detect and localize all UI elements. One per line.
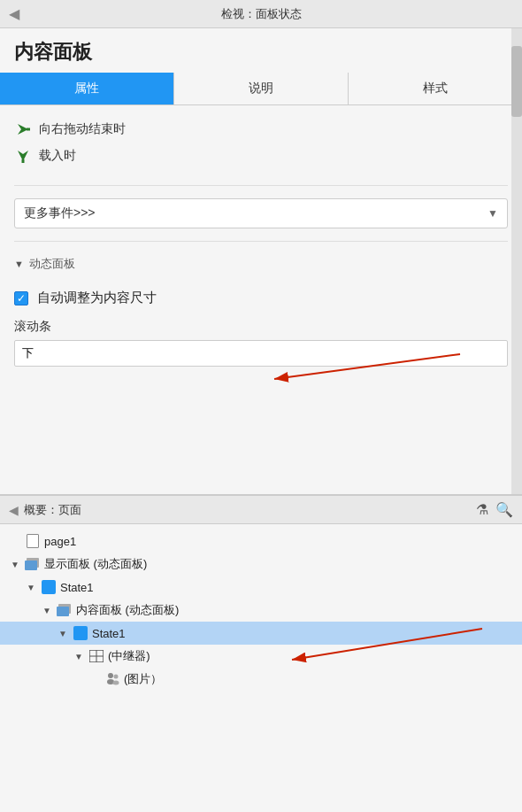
dropdown-row: 更多事件>>> ▼ <box>0 191 522 236</box>
tree-item-state1-inner[interactable]: ▼ State1 <box>0 622 522 645</box>
tab-properties[interactable]: 属性 <box>0 73 174 104</box>
bottom-panel-header-title: 概要：页面 <box>24 502 81 518</box>
page1-label: page1 <box>44 535 76 548</box>
scrollbar-section: 滚动条 <box>0 310 522 370</box>
svg-rect-3 <box>22 159 25 163</box>
dynamic-panel-header[interactable]: ▼ 动态面板 <box>14 256 508 272</box>
dropdown-text: 更多事件>>> <box>24 205 96 221</box>
event-drag-right-icon <box>14 120 32 138</box>
page1-chevron-icon <box>9 535 21 547</box>
checkbox-check-icon: ✓ <box>17 293 26 304</box>
bottom-header-left: ◀ 概要：页面 <box>9 502 81 518</box>
tab-description[interactable]: 说明 <box>174 73 349 104</box>
state1-inner-label: State1 <box>92 627 126 640</box>
page1-page-icon <box>25 533 41 549</box>
svg-rect-9 <box>57 607 69 616</box>
top-panel-header: ◀ 检视：面板状态 <box>0 0 522 28</box>
scrollbar-input[interactable] <box>14 340 508 367</box>
tree-item-content-panel[interactable]: ▼ 内容面板 (动态面板) <box>0 599 522 622</box>
more-events-dropdown[interactable]: 更多事件>>> ▼ <box>14 198 508 228</box>
search-icon[interactable]: 🔍 <box>495 501 513 518</box>
top-panel-header-title: 检视：面板状态 <box>221 6 302 22</box>
tree-item-page1[interactable]: page1 <box>0 530 522 553</box>
content-panel-chevron-icon: ▼ <box>41 604 53 616</box>
event-item-load[interactable]: 载入时 <box>14 143 508 169</box>
svg-point-15 <box>114 675 119 679</box>
tree-item-state1-outer[interactable]: ▼ State1 <box>0 576 522 599</box>
event-load-icon <box>14 147 32 165</box>
dynamic-panel-chevron-icon: ▼ <box>14 259 24 269</box>
state1-inner-chevron-icon: ▼ <box>57 627 69 639</box>
top-panel: ◀ 检视：面板状态 内容面板 属性 说明 样式 向右拖动结束时 <box>0 0 522 496</box>
image-chevron-icon <box>88 673 101 685</box>
checkbox-row[interactable]: ✓ 自动调整为内容尺寸 <box>0 286 522 310</box>
panel-title-area: 内容面板 <box>0 28 522 73</box>
state1-outer-label: State1 <box>60 581 94 594</box>
state1-outer-chevron-icon: ▼ <box>25 581 37 593</box>
display-panel-icon <box>25 556 41 572</box>
bottom-back-arrow-icon[interactable]: ◀ <box>9 503 19 517</box>
bottom-header-icons: ⚗ 🔍 <box>476 501 513 518</box>
repeater-chevron-icon: ▼ <box>73 650 85 662</box>
scrollbar-thumb[interactable] <box>511 46 522 117</box>
top-panel-scrollbar[interactable] <box>511 28 522 496</box>
events-section: 向右拖动结束时 载入时 <box>0 105 522 180</box>
tab-style[interactable]: 样式 <box>349 73 522 104</box>
svg-point-16 <box>113 681 119 685</box>
image-icon <box>104 671 120 687</box>
dynamic-panel-label: 动态面板 <box>29 256 75 272</box>
svg-rect-7 <box>25 561 37 570</box>
bottom-panel: ◀ 概要：页面 ⚗ 🔍 page1 ▼ 显示面板 (动 <box>0 496 522 812</box>
dropdown-arrow-icon: ▼ <box>487 207 498 220</box>
panel-title: 内容面板 <box>14 41 92 63</box>
svg-rect-1 <box>27 128 30 131</box>
state1-outer-panel-icon <box>41 579 57 595</box>
tree-item-display-panel[interactable]: ▼ 显示面板 (动态面板) <box>0 553 522 576</box>
event-load-label: 载入时 <box>39 148 76 164</box>
svg-point-13 <box>108 673 113 678</box>
state1-inner-panel-icon <box>73 625 88 641</box>
auto-adjust-label: 自动调整为内容尺寸 <box>37 290 157 306</box>
repeater-label: (中继器) <box>108 648 150 664</box>
tree-item-repeater[interactable]: ▼ (中继器) <box>0 645 522 668</box>
dropdown-divider <box>14 241 508 242</box>
tabs-row: 属性 说明 样式 <box>0 73 522 105</box>
content-panel-label: 内容面板 (动态面板) <box>76 602 179 618</box>
events-divider <box>14 185 508 186</box>
filter-icon[interactable]: ⚗ <box>476 501 488 518</box>
event-item-drag-right[interactable]: 向右拖动结束时 <box>14 116 508 143</box>
display-panel-chevron-icon: ▼ <box>9 558 21 570</box>
content-panel-icon <box>57 602 73 618</box>
display-panel-label: 显示面板 (动态面板) <box>44 556 147 572</box>
dynamic-panel-section: ▼ 动态面板 <box>0 247 522 286</box>
auto-adjust-checkbox[interactable]: ✓ <box>14 291 28 305</box>
top-back-arrow-icon[interactable]: ◀ <box>9 5 19 22</box>
event-drag-right-label: 向右拖动结束时 <box>39 121 126 137</box>
tree: page1 ▼ 显示面板 (动态面板) ▼ State1 ▼ <box>0 524 522 696</box>
scrollbar-title: 滚动条 <box>14 319 508 335</box>
tree-item-image[interactable]: (图片） <box>0 668 522 691</box>
repeater-table-icon <box>88 648 104 664</box>
image-label: (图片） <box>124 671 162 687</box>
bottom-panel-header: ◀ 概要：页面 ⚗ 🔍 <box>0 496 522 524</box>
